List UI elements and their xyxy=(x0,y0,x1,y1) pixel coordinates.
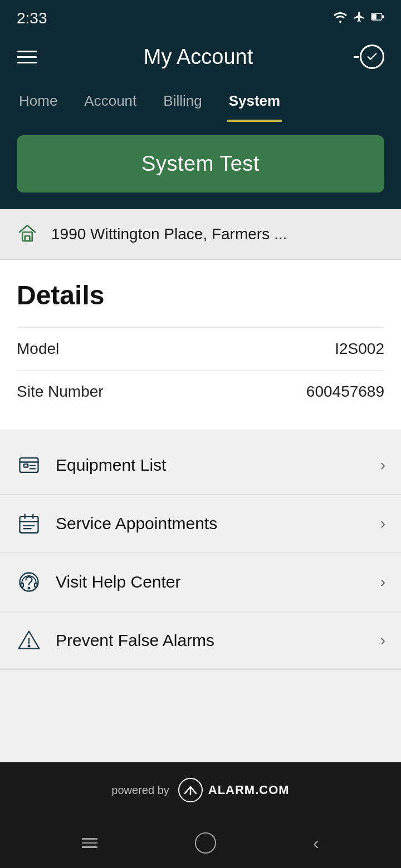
svg-rect-10 xyxy=(20,516,38,532)
nav-menu-icon[interactable] xyxy=(82,838,97,848)
detail-label-model: Model xyxy=(17,340,59,358)
svg-rect-19 xyxy=(35,583,37,587)
wifi-icon xyxy=(333,11,348,26)
detail-row-site-number: Site Number 600457689 xyxy=(17,370,384,413)
nav-bar: ‹ xyxy=(0,818,401,868)
system-test-section: System Test xyxy=(0,122,401,209)
battery-icon xyxy=(371,11,384,26)
status-icons xyxy=(333,11,384,26)
tab-billing[interactable]: Billing xyxy=(150,82,215,122)
status-time: 2:33 xyxy=(17,9,47,27)
address-bar: 1990 Wittington Place, Farmers ... xyxy=(0,209,401,260)
page-title: My Account xyxy=(144,45,253,69)
details-section: Details Model I2S002 Site Number 6004576… xyxy=(0,260,401,430)
address-text: 1990 Wittington Place, Farmers ... xyxy=(51,225,287,243)
detail-row-model: Model I2S002 xyxy=(17,327,384,370)
svg-point-22 xyxy=(28,645,30,647)
chevron-right-icon: › xyxy=(380,456,385,474)
menu-item-visit-help-center-label: Visit Help Center xyxy=(56,573,367,591)
calendar-icon xyxy=(16,510,42,537)
chevron-right-icon: › xyxy=(380,632,385,649)
footer-logo: ALARM.COM xyxy=(178,778,290,802)
tabs: Home Account Billing System xyxy=(0,82,401,122)
svg-rect-7 xyxy=(24,464,28,467)
svg-rect-4 xyxy=(25,236,30,241)
menu-item-equipment-list-label: Equipment List xyxy=(56,456,367,475)
tab-account[interactable]: Account xyxy=(71,82,150,122)
menu-list: Equipment List › Service Appointments › xyxy=(0,436,401,670)
nav-back-icon[interactable]: ‹ xyxy=(313,833,319,854)
detail-label-site-number: Site Number xyxy=(17,383,104,401)
menu-item-prevent-false-alarms-label: Prevent False Alarms xyxy=(56,631,367,650)
chevron-right-icon: › xyxy=(380,573,385,591)
warning-icon xyxy=(16,627,42,654)
hamburger-menu-icon[interactable] xyxy=(17,51,37,63)
nav-home-icon[interactable] xyxy=(195,832,216,854)
menu-item-prevent-false-alarms[interactable]: Prevent False Alarms › xyxy=(0,611,401,670)
tab-system[interactable]: System xyxy=(216,82,294,122)
equipment-icon xyxy=(16,452,42,479)
tab-home[interactable]: Home xyxy=(6,82,71,122)
menu-item-service-appointments[interactable]: Service Appointments › xyxy=(0,495,401,553)
help-icon xyxy=(16,569,42,595)
svg-rect-1 xyxy=(382,15,384,18)
details-title: Details xyxy=(17,280,384,310)
status-bar: 2:33 xyxy=(0,0,401,33)
svg-point-17 xyxy=(28,588,30,589)
detail-value-site-number: 600457689 xyxy=(306,383,384,401)
system-test-button[interactable]: System Test xyxy=(17,135,384,193)
detail-value-model: I2S002 xyxy=(335,340,384,358)
menu-item-service-appointments-label: Service Appointments xyxy=(56,514,367,533)
home-icon xyxy=(16,221,39,247)
chevron-right-icon: › xyxy=(380,515,385,532)
checklist-icon[interactable] xyxy=(360,45,384,69)
footer-brand-name: ALARM.COM xyxy=(208,783,290,797)
menu-item-visit-help-center[interactable]: Visit Help Center › xyxy=(0,553,401,611)
airplane-icon xyxy=(353,11,365,26)
footer: powered by ALARM.COM xyxy=(0,762,401,818)
header: My Account xyxy=(0,33,401,82)
footer-powered-by: powered by xyxy=(111,784,169,797)
menu-item-equipment-list[interactable]: Equipment List › xyxy=(0,436,401,495)
svg-rect-2 xyxy=(372,14,376,19)
svg-rect-18 xyxy=(21,583,23,587)
alarm-logo-icon xyxy=(178,778,203,802)
